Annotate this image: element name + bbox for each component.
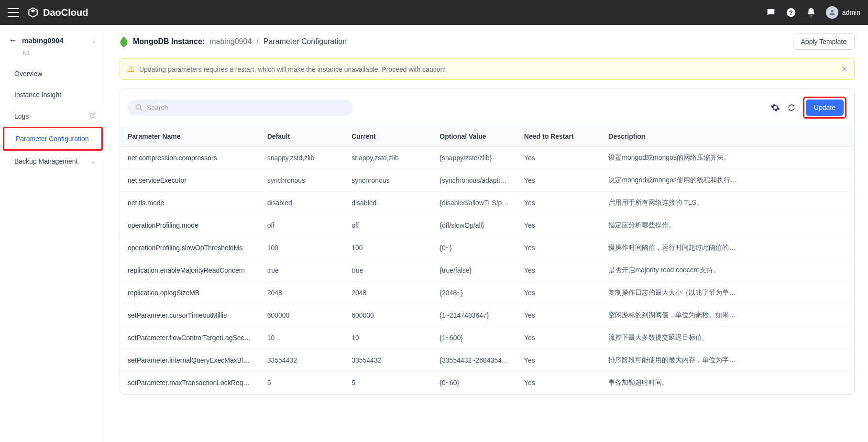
th-restart: Need to Restart: [516, 126, 601, 147]
table-row[interactable]: setParameter.internalQueryExecMaxBloc…33…: [120, 349, 854, 372]
apply-template-button[interactable]: Apply Template: [793, 33, 855, 50]
table-row[interactable]: operationProfiling.modeoffoff{off/slowOp…: [120, 214, 854, 237]
sidebar-item-parameter-configuration[interactable]: Parameter Configuration: [4, 128, 101, 149]
cell-name: net.compression.compressors: [120, 147, 260, 169]
cell-name: operationProfiling.mode: [120, 214, 260, 237]
cell-description: 排序阶段可能使用的最大内存，单位为字…: [601, 349, 854, 372]
cell-optional: {0~60}: [432, 372, 516, 394]
brand-icon: [27, 6, 39, 19]
user-name: admin: [842, 9, 860, 16]
cell-description: 设置mongod或mongos的网络压缩算法。: [601, 147, 854, 169]
breadcrumb-instance[interactable]: mabing0904: [209, 37, 252, 46]
search-input[interactable]: [147, 104, 345, 111]
svg-text:?: ?: [789, 9, 793, 16]
cell-restart: Yes: [516, 147, 601, 169]
cell-name: replication.oplogSizeMB: [120, 282, 260, 304]
topbar-left: DaoCloud: [8, 6, 88, 19]
cell-name: replication.enableMajorityReadConcern: [120, 259, 260, 282]
th-default: Default: [260, 126, 344, 147]
sidebar-item-overview[interactable]: Overview: [0, 63, 106, 84]
brand[interactable]: DaoCloud: [27, 6, 88, 19]
cell-current: snappy,zstd,zlib: [344, 147, 432, 169]
cell-name: setParameter.flowControlTargetLagSeco…: [120, 327, 260, 349]
cell-default: snappy,zstd,zlib: [260, 147, 344, 169]
sidebar-item-instance-insight[interactable]: Instance Insight: [0, 84, 106, 105]
cell-optional: {synchronous/adaptive}: [432, 169, 516, 192]
cell-default: 33554432: [260, 349, 344, 372]
cell-description: 事务加锁超时时间。: [601, 372, 854, 394]
cell-restart: Yes: [516, 327, 601, 349]
table-row[interactable]: net.compression.compressorssnappy,zstd,z…: [120, 147, 854, 169]
table-row[interactable]: net.serviceExecutorsynchronoussynchronou…: [120, 169, 854, 192]
table-row[interactable]: replication.enableMajorityReadConcerntru…: [120, 259, 854, 282]
cell-current: disabled: [344, 192, 432, 214]
search-box[interactable]: [128, 99, 352, 116]
cell-description: 空闲游标的到期阈值，单位为毫秒。如果…: [601, 304, 854, 327]
cell-optional: {2048~}: [432, 282, 516, 304]
sidebar-item-logs[interactable]: Logs: [0, 105, 106, 127]
sidebar-item-label: Backup Management: [14, 157, 77, 165]
th-optional: Optional Value: [432, 126, 516, 147]
parameters-card: Update Parameter Name Default Current Op…: [120, 88, 855, 395]
table-row[interactable]: operationProfiling.slowOpThresholdMs1001…: [120, 237, 854, 259]
cell-description: 慢操作时间阈值，运行时间超过此阈值的…: [601, 237, 854, 259]
cell-default: synchronous: [260, 169, 344, 192]
sidebar-item-label: Parameter Configuration: [16, 135, 89, 143]
cell-name: net.tls.mode: [120, 192, 260, 214]
main-content: MongoDB Instance: mabing0904 / Parameter…: [106, 25, 868, 442]
table-row[interactable]: setParameter.cursorTimeoutMillis60000060…: [120, 304, 854, 327]
sidebar-item-backup-management[interactable]: Backup Management ⌄: [0, 151, 106, 172]
table-row[interactable]: net.tls.modedisableddisabled{disabled/al…: [120, 192, 854, 214]
chevron-down-icon: ⌄: [90, 157, 96, 165]
back-arrow-icon[interactable]: ←: [9, 35, 17, 45]
cell-description: 流控下最大多数提交延迟目标值。: [601, 327, 854, 349]
search-icon: [135, 104, 143, 111]
toolbar-actions: Update: [770, 97, 846, 119]
cell-description: 指定应分析哪些操作。: [601, 214, 854, 237]
chevron-down-icon[interactable]: ⌄: [91, 37, 97, 44]
cell-restart: Yes: [516, 372, 601, 394]
cell-default: 100: [260, 237, 344, 259]
cell-restart: Yes: [516, 304, 601, 327]
user-menu[interactable]: admin: [826, 6, 860, 19]
table-header-row: Parameter Name Default Current Optional …: [120, 126, 854, 147]
cell-current: 33554432: [344, 349, 432, 372]
refresh-icon[interactable]: [787, 103, 796, 112]
update-button[interactable]: Update: [806, 99, 844, 116]
cell-default: off: [260, 214, 344, 237]
cell-default: 2048: [260, 282, 344, 304]
cell-optional: {off/slowOp/all}: [432, 214, 516, 237]
cell-restart: Yes: [516, 237, 601, 259]
parameters-table: Parameter Name Default Current Optional …: [120, 126, 854, 394]
brand-text: DaoCloud: [43, 7, 88, 18]
cell-current: 100: [344, 237, 432, 259]
cell-optional: {1~600}: [432, 327, 516, 349]
topbar-right: ? admin: [766, 6, 860, 19]
cell-restart: Yes: [516, 349, 601, 372]
menu-toggle[interactable]: [8, 8, 19, 17]
table-row[interactable]: setParameter.maxTransactionLockReque…55{…: [120, 372, 854, 394]
messages-icon[interactable]: [766, 7, 776, 18]
cell-name: setParameter.internalQueryExecMaxBloc…: [120, 349, 260, 372]
cell-optional: {1~2147483647}: [432, 304, 516, 327]
cell-name: setParameter.cursorTimeoutMillis: [120, 304, 260, 327]
bell-icon[interactable]: [806, 7, 816, 18]
cell-restart: Yes: [516, 169, 601, 192]
cell-name: operationProfiling.slowOpThresholdMs: [120, 237, 260, 259]
alert-text: Updating parameters requires a restart, …: [139, 66, 846, 73]
table-row[interactable]: replication.oplogSizeMB20482048{2048~}Ye…: [120, 282, 854, 304]
cell-current: 2048: [344, 282, 432, 304]
cell-name: net.serviceExecutor: [120, 169, 260, 192]
sidebar-item-label: Logs: [14, 112, 29, 120]
instance-title: mabing0904: [22, 36, 87, 44]
breadcrumb-prefix: MongoDB Instance:: [133, 37, 205, 46]
sidebar: ← mabing0904 ⌄ lcl Overview Instance Ins…: [0, 25, 106, 442]
gear-icon[interactable]: [770, 103, 780, 112]
cell-optional: {snappy/zstd/zlib}: [432, 147, 516, 169]
external-link-icon: [89, 112, 96, 120]
close-icon[interactable]: ✕: [841, 65, 847, 74]
cell-current: 5: [344, 372, 432, 394]
table-row[interactable]: setParameter.flowControlTargetLagSeco…10…: [120, 327, 854, 349]
cell-description: 是否开启majority read concern支持。: [601, 259, 854, 282]
help-icon[interactable]: ?: [786, 7, 796, 18]
